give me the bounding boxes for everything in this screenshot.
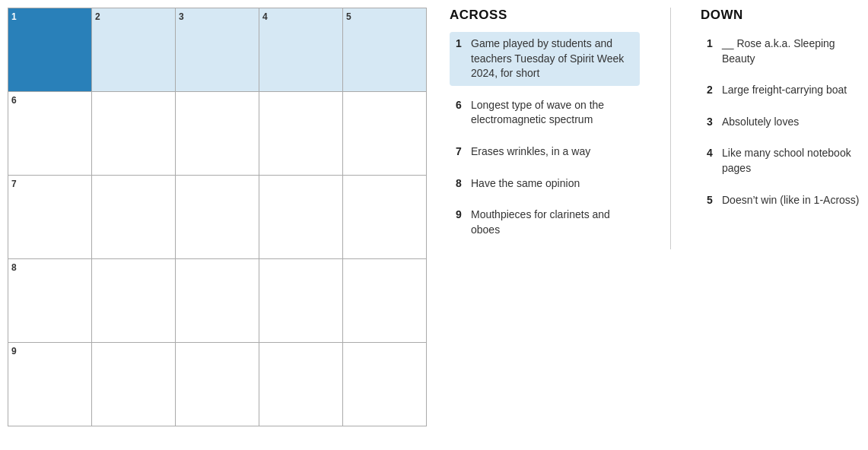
down-clue-text-5: Doesn’t win (like in 1-Across) bbox=[722, 193, 860, 208]
grid-cell-r2-c0[interactable]: 7 bbox=[8, 176, 92, 259]
cell-number-6: 6 bbox=[11, 95, 17, 106]
grid-cell-r0-c4[interactable]: 5 bbox=[343, 8, 427, 92]
across-clue-number-9: 9 bbox=[456, 208, 466, 237]
grid-cell-r4-c4[interactable] bbox=[343, 343, 427, 426]
down-clue-number-5: 5 bbox=[707, 193, 717, 208]
grid-cell-r2-c4[interactable] bbox=[343, 176, 427, 259]
down-clue-text-2: Large freight-carrying boat bbox=[722, 83, 847, 98]
clues-section: ACROSS 1Game played by students and teac… bbox=[450, 8, 868, 249]
across-clue-text-8: Have the same opinion bbox=[471, 176, 580, 192]
grid-cell-r4-c1[interactable] bbox=[92, 343, 176, 426]
grid-cell-r1-c4[interactable] bbox=[343, 92, 427, 176]
down-clue-text-1: __ Rose a.k.a. Sleeping Beauty bbox=[722, 36, 862, 66]
cell-number-8: 8 bbox=[11, 262, 17, 273]
grid-cell-r0-c2[interactable]: 3 bbox=[176, 8, 259, 92]
down-clue-number-3: 3 bbox=[707, 115, 717, 130]
grid-cell-r3-c4[interactable] bbox=[343, 259, 427, 343]
grid-cell-r2-c2[interactable] bbox=[176, 176, 259, 259]
grid-cell-r3-c3[interactable] bbox=[259, 259, 343, 343]
grid-cell-r3-c1[interactable] bbox=[92, 259, 176, 343]
cell-number-7: 7 bbox=[11, 179, 17, 189]
across-clue-7[interactable]: 7Erases wrinkles, in a way bbox=[450, 140, 640, 164]
grid-cell-r2-c3[interactable] bbox=[259, 176, 343, 259]
grid-cell-r0-c0[interactable]: 1 bbox=[8, 8, 92, 92]
across-clue-number-1: 1 bbox=[456, 36, 466, 81]
down-clue-text-3: Absolutely loves bbox=[722, 115, 799, 130]
cell-number-4: 4 bbox=[262, 11, 268, 22]
down-clue-2[interactable]: 2Large freight-carrying boat bbox=[701, 78, 868, 103]
down-clue-number-2: 2 bbox=[707, 83, 717, 98]
down-clue-1[interactable]: 1__ Rose a.k.a. Sleeping Beauty bbox=[701, 32, 868, 71]
crossword-grid: 123456789 bbox=[8, 8, 427, 426]
across-clue-text-1: Game played by students and teachers Tue… bbox=[471, 36, 634, 81]
across-clues-list: 1Game played by students and teachers Tu… bbox=[450, 32, 640, 242]
across-clue-8[interactable]: 8Have the same opinion bbox=[450, 172, 640, 196]
cell-number-1: 1 bbox=[11, 11, 17, 22]
grid-cell-r3-c0[interactable]: 8 bbox=[8, 259, 92, 343]
down-clue-3[interactable]: 3Absolutely loves bbox=[701, 110, 868, 135]
grid-cell-r2-c1[interactable] bbox=[92, 176, 176, 259]
across-clue-number-7: 7 bbox=[456, 144, 466, 160]
grid-cell-r4-c0[interactable]: 9 bbox=[8, 343, 92, 426]
grid-cell-r3-c2[interactable] bbox=[176, 259, 259, 343]
grid-cell-r1-c2[interactable] bbox=[176, 92, 259, 176]
across-clue-9[interactable]: 9Mouthpieces for clarinets and oboes bbox=[450, 203, 640, 242]
across-clue-text-7: Erases wrinkles, in a way bbox=[471, 144, 590, 160]
across-column: ACROSS 1Game played by students and teac… bbox=[450, 8, 640, 249]
down-clue-5[interactable]: 5Doesn’t win (like in 1-Across) bbox=[701, 189, 868, 213]
grid-cell-r0-c3[interactable]: 4 bbox=[259, 8, 343, 92]
across-title: ACROSS bbox=[450, 8, 640, 23]
crossword-container: 123456789 ACROSS 1Game played by student… bbox=[8, 8, 868, 426]
grid-cell-r1-c0[interactable]: 6 bbox=[8, 92, 92, 176]
down-clue-number-4: 4 bbox=[707, 146, 717, 176]
across-clue-number-6: 6 bbox=[456, 98, 466, 128]
grid-section: 123456789 bbox=[8, 8, 427, 426]
down-clue-text-4: Like many school notebook pages bbox=[722, 146, 862, 176]
down-column: DOWN 1__ Rose a.k.a. Sleeping Beauty2Lar… bbox=[701, 8, 868, 249]
grid-cell-r0-c1[interactable]: 2 bbox=[92, 8, 176, 92]
across-clue-number-8: 8 bbox=[456, 176, 466, 192]
grid-cell-r4-c2[interactable] bbox=[176, 343, 259, 426]
across-clue-text-9: Mouthpieces for clarinets and oboes bbox=[471, 208, 634, 237]
grid-cell-r4-c3[interactable] bbox=[259, 343, 343, 426]
down-title: DOWN bbox=[701, 8, 868, 23]
cell-number-5: 5 bbox=[346, 11, 351, 22]
down-clues-list: 1__ Rose a.k.a. Sleeping Beauty2Large fr… bbox=[701, 32, 868, 212]
cell-number-2: 2 bbox=[95, 11, 100, 22]
across-clue-1[interactable]: 1Game played by students and teachers Tu… bbox=[450, 32, 640, 86]
across-clue-text-6: Longest type of wave on the electromagne… bbox=[471, 98, 634, 128]
grid-cell-r1-c3[interactable] bbox=[259, 92, 343, 176]
cell-number-3: 3 bbox=[179, 11, 184, 22]
grid-cell-r1-c1[interactable] bbox=[92, 92, 176, 176]
down-clue-number-1: 1 bbox=[707, 36, 717, 66]
down-clue-4[interactable]: 4Like many school notebook pages bbox=[701, 141, 868, 180]
cell-number-9: 9 bbox=[11, 346, 17, 357]
across-clue-6[interactable]: 6Longest type of wave on the electromagn… bbox=[450, 93, 640, 132]
